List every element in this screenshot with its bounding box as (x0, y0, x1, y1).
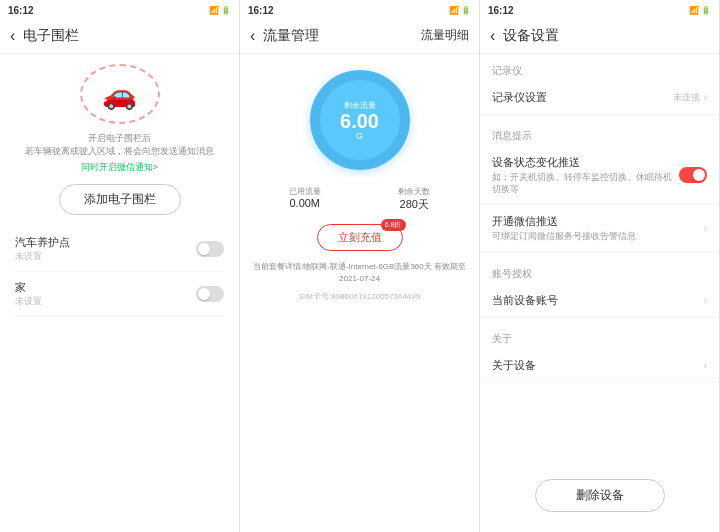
arrow-icon-recorder: › (704, 92, 707, 103)
location-list: 汽车养护点 未设置 家 未设置 (15, 227, 224, 317)
device-status-push-label: 设备状态变化推送 (492, 155, 679, 170)
back-button-2[interactable]: ‹ (250, 27, 255, 45)
arrow-icon-account: › (704, 295, 707, 306)
fence-description: 开启电子围栏后若车辆驶离或驶入区域，将会向您发送通知消息 (25, 132, 214, 157)
section-title-about: 关于 (480, 326, 719, 349)
header-1: ‹ 电子围栏 (0, 18, 239, 54)
page-title-3: 设备设置 (503, 27, 709, 45)
used-traffic-stat: 已用流量 0.00M (289, 186, 321, 212)
status-icons-3: 📶 🔋 (689, 6, 711, 15)
add-fence-button[interactable]: 添加电子围栏 (59, 184, 181, 215)
recharge-button[interactable]: 立刻充值 6.8折 (317, 224, 403, 251)
status-time-2: 16:12 (248, 5, 274, 16)
device-status-toggle[interactable] (679, 167, 707, 183)
header-2: ‹ 流量管理 流量明细 (240, 18, 479, 54)
section-notification: 消息提示 设备状态变化推送 如：开关机切换、转停车监控切换、休眠待机切换等 开通… (480, 119, 719, 257)
discount-badge: 6.8折 (381, 219, 406, 231)
recorder-settings-item[interactable]: 记录仪设置 未连接 › (480, 81, 719, 115)
traffic-gauge: 剩余流量 6.00 G (310, 70, 410, 170)
fence-content: 🚗 开启电子围栏后若车辆驶离或驶入区域，将会向您发送通知消息 同时开启微信通知>… (0, 54, 239, 532)
status-bar-2: 16:12 📶 🔋 (240, 0, 479, 18)
gauge-value: 6.00 (340, 111, 379, 131)
about-device-label: 关于设备 (492, 358, 704, 373)
section-title-notification: 消息提示 (480, 123, 719, 146)
location-sub-2: 未设置 (15, 295, 42, 308)
gauge-inner: 剩余流量 6.00 G (320, 80, 400, 160)
location-item-2: 家 未设置 (15, 272, 224, 317)
wechat-push-item[interactable]: 开通微信推送 可绑定订阅微信服务号接收告警信息 › (480, 205, 719, 253)
section-title-recorder: 记录仪 (480, 58, 719, 81)
toggle-2[interactable] (196, 286, 224, 302)
used-label: 已用流量 (289, 186, 321, 197)
about-device-item[interactable]: 关于设备 › (480, 349, 719, 383)
package-description: 当前套餐详情:物联网-联通-Internet-6GB流量360天 有效期至202… (250, 261, 469, 285)
remain-label: 剩余天数 (398, 186, 430, 197)
sim-card-number: SIM卡号:89860619120057364499 (299, 291, 420, 302)
page-title-1: 电子围栏 (23, 27, 229, 45)
location-label-2: 家 (15, 280, 42, 295)
section-about: 关于 关于设备 › (480, 322, 719, 387)
panel-electronic-fence: 16:12 📶 🔋 ‹ 电子围栏 🚗 开启电子围栏后若车辆驶离或驶入区域，将会向… (0, 0, 240, 532)
car-icon-wrapper: 🚗 (80, 64, 160, 124)
wechat-push-label: 开通微信推送 (492, 214, 704, 229)
status-time-1: 16:12 (8, 5, 34, 16)
section-title-account: 账号授权 (480, 261, 719, 284)
current-account-label: 当前设备账号 (492, 293, 704, 308)
status-bar-3: 16:12 📶 🔋 (480, 0, 719, 18)
delete-device-button[interactable]: 删除设备 (535, 479, 665, 512)
device-status-push-item[interactable]: 设备状态变化推送 如：开关机切换、转停车监控切换、休眠待机切换等 (480, 146, 719, 205)
traffic-content: 剩余流量 6.00 G 已用流量 0.00M 剩余天数 280天 立刻充值 6.… (240, 54, 479, 532)
location-item-1: 汽车养护点 未设置 (15, 227, 224, 272)
location-sub-1: 未设置 (15, 250, 70, 263)
remain-value: 280天 (398, 197, 430, 212)
panel-device-settings: 16:12 📶 🔋 ‹ 设备设置 记录仪 记录仪设置 未连接 › 消息提示 (480, 0, 720, 532)
not-linked-tag: 未连接 (673, 91, 700, 104)
remain-days-stat: 剩余天数 280天 (398, 186, 430, 212)
header-3: ‹ 设备设置 (480, 18, 719, 54)
arrow-icon-about: › (704, 360, 707, 371)
status-time-3: 16:12 (488, 5, 514, 16)
settings-content: 记录仪 记录仪设置 未连接 › 消息提示 设备状态变化推送 如：开关机切换、转停… (480, 54, 719, 532)
car-icon: 🚗 (102, 78, 137, 111)
page-title-2: 流量管理 (263, 27, 421, 45)
status-bar-1: 16:12 📶 🔋 (0, 0, 239, 18)
wechat-link[interactable]: 同时开启微信通知> (81, 161, 158, 174)
traffic-detail-link[interactable]: 流量明细 (421, 27, 469, 44)
used-value: 0.00M (289, 197, 321, 209)
status-icons-1: 📶 🔋 (209, 6, 231, 15)
gauge-unit: G (356, 131, 363, 141)
toggle-1[interactable] (196, 241, 224, 257)
section-recorder: 记录仪 记录仪设置 未连接 › (480, 54, 719, 119)
arrow-icon-wechat: › (704, 223, 707, 234)
recorder-settings-label: 记录仪设置 (492, 90, 673, 105)
current-account-item[interactable]: 当前设备账号 › (480, 284, 719, 318)
back-button-3[interactable]: ‹ (490, 27, 495, 45)
traffic-stats: 已用流量 0.00M 剩余天数 280天 (250, 186, 469, 212)
gauge-label: 剩余流量 (344, 100, 376, 111)
back-button-1[interactable]: ‹ (10, 27, 15, 45)
location-label-1: 汽车养护点 (15, 235, 70, 250)
section-account: 账号授权 当前设备账号 › (480, 257, 719, 322)
panel-traffic: 16:12 📶 🔋 ‹ 流量管理 流量明细 剩余流量 6.00 G 已用流量 0… (240, 0, 480, 532)
device-status-push-sub: 如：开关机切换、转停车监控切换、休眠待机切换等 (492, 172, 679, 195)
wechat-push-sub: 可绑定订阅微信服务号接收告警信息 (492, 231, 704, 243)
status-icons-2: 📶 🔋 (449, 6, 471, 15)
